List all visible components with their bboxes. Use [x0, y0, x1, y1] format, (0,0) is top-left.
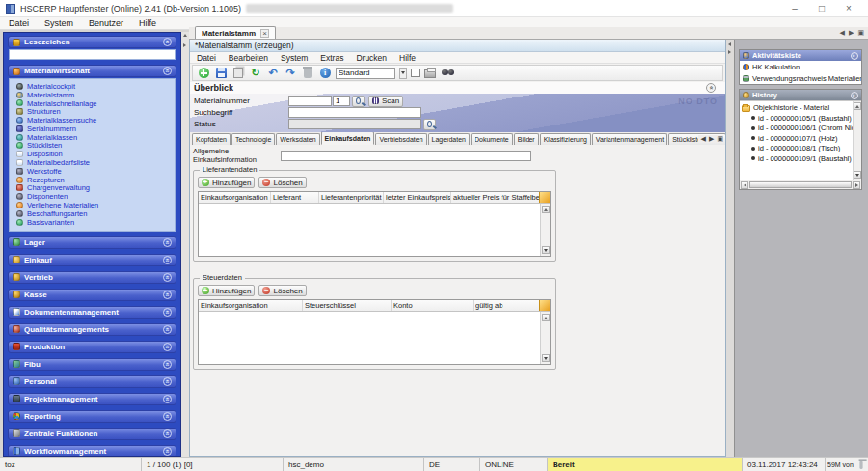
tab-einkaufsdaten[interactable]: Einkaufsdaten	[321, 132, 375, 145]
status-search-button[interactable]	[423, 119, 436, 130]
expand-chevron-icon[interactable]: «	[163, 360, 172, 369]
splitter-left-icon[interactable]	[728, 42, 731, 46]
sidebar-item-stuecklisten[interactable]: Stücklisten	[16, 142, 173, 151]
splitter-up-icon[interactable]	[183, 34, 187, 37]
tab-lagerdaten[interactable]: Lagerdaten	[428, 133, 470, 145]
suppliers-vscrollbar[interactable]	[540, 204, 550, 256]
scroll-down-icon[interactable]	[542, 246, 550, 254]
sidebar-section-zentrale-funktionen[interactable]: Zentrale Funktionen«	[8, 428, 176, 440]
history-root[interactable]: Objekthistorie - Material	[742, 102, 859, 113]
garbage-collect-button[interactable]	[854, 458, 868, 471]
column-header[interactable]: gültig ab	[474, 300, 539, 311]
tab-scroll-right-icon[interactable]: ▶	[849, 29, 854, 37]
history-item[interactable]: id - 0000000106/1 (Chrom Nickel Stahl)	[742, 124, 859, 134]
minimize-icon[interactable]: –	[789, 3, 800, 14]
suchbegriff-input[interactable]	[288, 107, 421, 118]
taxes-vscrollbar[interactable]	[540, 312, 550, 364]
sidebar-item-materialbedarfsliste[interactable]: Materialbedarfsliste	[16, 158, 173, 167]
overview-collapse-icon[interactable]: «	[706, 83, 716, 93]
new-button[interactable]	[197, 67, 210, 79]
sidebar-item-werkstoffe[interactable]: Werkstoffe	[16, 167, 173, 176]
copy-button[interactable]	[231, 67, 245, 79]
sidebar-section-qualitaetsmanagements[interactable]: Qualitätsmanagements«	[8, 323, 176, 336]
tab-vertriebsdaten[interactable]: Vertriebsdaten	[375, 133, 426, 145]
history-vscrollbar[interactable]	[853, 101, 861, 180]
expand-chevron-icon[interactable]: «	[163, 308, 172, 317]
menu-system[interactable]: System	[44, 18, 73, 28]
sidebar-item-serialnummern[interactable]: Serialnummern	[16, 125, 173, 133]
sidebar-section-projektmanagement[interactable]: Projektmanagement«	[8, 393, 176, 405]
column-config-icon[interactable]	[539, 192, 550, 203]
taxes-empty-rows[interactable]	[199, 312, 540, 364]
splitter-right-icon[interactable]	[728, 50, 731, 54]
column-header[interactable]: Steuerschlüssel	[303, 300, 392, 311]
expand-chevron-icon[interactable]: «	[163, 256, 172, 264]
sidebar-section-einkauf[interactable]: Einkauf«	[8, 254, 176, 266]
column-header[interactable]: Einkaufsorganisation	[199, 192, 271, 203]
sidebar-section-workflowmanagement[interactable]: Workflowmanagement«	[8, 445, 176, 457]
undo-button[interactable]: ↶	[266, 67, 280, 79]
preset-combobox[interactable]: Standard	[336, 68, 395, 79]
sidebar-section-reporting[interactable]: Reporting«	[8, 410, 176, 423]
redo-button[interactable]: ↷	[284, 67, 297, 79]
history-item[interactable]: id - 0000000107/1 (Holz)	[742, 133, 859, 144]
scroll-up-icon[interactable]	[854, 102, 861, 110]
column-header[interactable]: Konto	[392, 300, 474, 311]
inner-menu-system[interactable]: System	[281, 53, 308, 63]
sidebar-item-materialklassensuche[interactable]: Materialklassensuche	[16, 116, 173, 125]
sidebar-item-disposition[interactable]: Disposition	[16, 150, 173, 158]
column-header[interactable]: letzter Einkaufspreis	[384, 192, 451, 203]
sidebar-item-strukturen[interactable]: Strukturen	[16, 107, 173, 116]
column-header[interactable]: Lieferantenpriorität	[319, 192, 384, 203]
column-header[interactable]: Einkaufsorganisation	[199, 300, 303, 311]
sidebar-section-lesezeichen[interactable]: Lesezeichen «	[8, 36, 176, 48]
tab-werksdaten[interactable]: Werksdaten	[276, 133, 319, 145]
scroll-down-icon[interactable]	[542, 354, 550, 362]
sidebar-item-verliehene-materialien[interactable]: Verliehene Materialien	[16, 201, 173, 209]
tab-close-icon[interactable]: ×	[260, 29, 269, 38]
info-button[interactable]: i	[318, 67, 332, 79]
taxes-delete-button[interactable]: Löschen	[258, 285, 306, 296]
tab-scroll-left-icon[interactable]: ◀	[840, 29, 845, 37]
history-header[interactable]: History «	[740, 90, 861, 100]
scrollbar-thumb[interactable]	[749, 181, 852, 188]
sidebar-item-beschaffungsarten[interactable]: Beschaffungsarten	[16, 209, 173, 218]
expand-chevron-icon[interactable]: «	[163, 325, 172, 334]
tab-dokumente[interactable]: Dokumente	[471, 133, 513, 145]
history-item[interactable]: id - 0000000105/1 (Baustahl)	[742, 113, 859, 124]
tab-window-list-icon[interactable]: ▣	[857, 29, 864, 37]
activity-verwendungsnachweis[interactable]: Verwendungsnachweis Materialien	[740, 72, 861, 84]
expand-chevron-icon[interactable]: «	[163, 377, 172, 386]
menu-benutzer[interactable]: Benutzer	[89, 18, 123, 28]
dock-splitter[interactable]	[726, 40, 734, 457]
history-item[interactable]: id - 0000000109/1 (Baustahl)	[742, 153, 859, 164]
expand-chevron-icon[interactable]: «	[163, 273, 172, 282]
save-button[interactable]	[214, 67, 228, 79]
sidebar-section-kasse[interactable]: Kasse«	[8, 289, 176, 301]
sidebar-section-produktion[interactable]: Produktion«	[8, 341, 176, 353]
tab-klassifizierung[interactable]: Klassifizierung	[540, 133, 591, 145]
sidebar-item-chargenverwaltung[interactable]: Chargenverwaltung	[16, 184, 173, 193]
inner-menu-hilfe[interactable]: Hilfe	[399, 53, 416, 63]
activities-header[interactable]: Aktivitätskiste «	[740, 50, 861, 61]
materialnummer-search-button[interactable]	[352, 96, 365, 107]
column-header[interactable]: aktueller Preis für Staffelbeginn 0	[451, 192, 539, 203]
general-info-input[interactable]	[281, 151, 531, 161]
tabstrip-right-icon[interactable]: ▶	[709, 135, 714, 143]
scroll-up-icon[interactable]	[542, 206, 550, 213]
tab-kopfdaten[interactable]: Kopfdaten	[192, 133, 231, 145]
panel-pin-icon[interactable]: «	[851, 52, 858, 60]
inner-menu-datei[interactable]: Datei	[197, 53, 216, 63]
scroll-right-icon[interactable]	[853, 181, 860, 189]
sidebar-item-materialstamm[interactable]: Materialstamm	[16, 91, 173, 99]
close-icon[interactable]: ×	[843, 3, 854, 14]
print-button[interactable]	[423, 67, 437, 79]
preset-dropdown-button[interactable]	[399, 68, 407, 79]
materialnummer-index-input[interactable]	[333, 96, 350, 106]
history-hscrollbar[interactable]	[740, 180, 861, 189]
expand-chevron-icon[interactable]: «	[163, 429, 172, 438]
inner-menu-extras[interactable]: Extras	[320, 53, 343, 63]
inner-menu-drucken[interactable]: Drucken	[356, 53, 387, 63]
delete-button[interactable]	[301, 67, 314, 79]
expand-chevron-icon[interactable]: «	[163, 291, 172, 299]
